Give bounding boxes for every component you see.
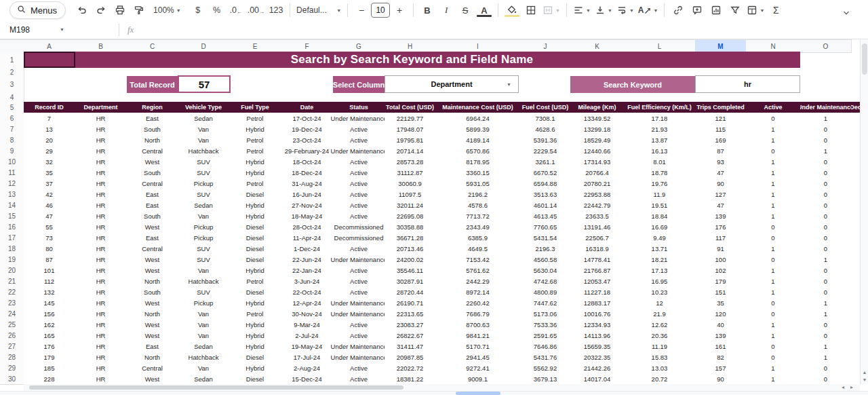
column-header-l[interactable]: L <box>624 39 696 53</box>
table-cell[interactable]: South <box>127 210 178 222</box>
table-cell[interactable]: East <box>127 189 178 200</box>
table-cell[interactable]: 5173.06 <box>520 308 571 320</box>
table-cell[interactable]: 16.69 <box>624 221 696 233</box>
column-header-i[interactable]: I <box>435 39 521 53</box>
table-cell[interactable]: HR <box>75 145 127 157</box>
table-cell[interactable]: 90 <box>695 178 747 189</box>
table-cell[interactable]: 14778.41 <box>570 254 625 265</box>
table-cell[interactable]: West <box>127 373 178 385</box>
table-cell[interactable]: Van <box>178 308 230 320</box>
table-cell[interactable]: 1 <box>746 156 801 168</box>
table-cell[interactable]: Sedan <box>178 200 230 211</box>
table-cell[interactable]: 73 <box>24 232 75 244</box>
column-header-g[interactable]: G <box>333 39 385 53</box>
table-cell[interactable]: 91 <box>695 243 747 255</box>
table-cell[interactable]: 9-Mar-24 <box>281 319 334 331</box>
table-cell[interactable]: Petrol <box>229 134 281 146</box>
table-cell[interactable]: Active <box>333 189 385 200</box>
column-header-h[interactable]: H <box>384 39 436 53</box>
create-filter-button[interactable] <box>726 2 745 18</box>
table-cell[interactable]: West <box>127 254 178 265</box>
table-cell[interactable]: 3360.15 <box>435 167 521 178</box>
table-cell[interactable]: 6964.24 <box>435 113 521 124</box>
table-cell[interactable]: 0 <box>800 210 852 222</box>
column-header-f[interactable]: F <box>281 39 334 53</box>
table-header-cell[interactable]: Fuel Type <box>229 102 281 113</box>
table-cell[interactable]: 46 <box>24 200 75 211</box>
table-cell[interactable]: 18.84 <box>624 210 696 222</box>
table-cell[interactable]: 47 <box>24 210 75 222</box>
table-cell[interactable]: 47 <box>695 200 747 211</box>
table-cell[interactable]: 20322.35 <box>570 352 625 363</box>
table-header-cell[interactable]: Region <box>127 102 178 113</box>
table-cell[interactable]: 11227.18 <box>570 286 625 298</box>
table-cell[interactable]: 9.49 <box>624 232 696 244</box>
table-cell[interactable] <box>851 200 861 211</box>
table-cell[interactable]: 1 <box>800 308 852 320</box>
table-cell[interactable]: North <box>127 276 178 287</box>
table-cell[interactable]: Active <box>333 167 385 178</box>
table-cell[interactable]: 31-Aug-24 <box>281 178 334 189</box>
table-cell[interactable]: Central <box>127 178 178 189</box>
table-cell[interactable]: 179 <box>24 352 75 363</box>
table-cell[interactable]: Diesel <box>229 373 281 385</box>
table-cell[interactable]: 100 <box>695 254 747 265</box>
table-cell[interactable]: 1 <box>746 210 801 222</box>
table-cell[interactable]: 161 <box>695 341 747 352</box>
table-cell[interactable]: 4578.6 <box>435 200 521 211</box>
table-cell[interactable]: 8178.95 <box>435 156 521 168</box>
table-cell[interactable]: 3-Jun-24 <box>281 276 334 287</box>
scroll-left-icon[interactable]: ◂ <box>842 384 844 391</box>
table-cell[interactable]: 1 <box>746 124 801 135</box>
row-header-14[interactable]: 14 <box>0 200 24 211</box>
table-cell[interactable]: 7153.42 <box>435 254 521 265</box>
table-cell[interactable]: 185 <box>24 362 75 374</box>
row-header-4[interactable]: 4 <box>0 92 24 102</box>
row-header-19[interactable]: 19 <box>0 254 24 265</box>
table-header-cell[interactable]: Active <box>746 102 801 113</box>
table-cell[interactable]: 12334.93 <box>570 319 625 331</box>
table-cell[interactable]: HR <box>75 308 127 320</box>
table-cell[interactable]: Petrol <box>229 308 281 320</box>
table-cell[interactable]: 0 <box>800 178 852 189</box>
table-cell[interactable]: SUV <box>178 156 230 168</box>
row-header-8[interactable]: 8 <box>0 134 24 146</box>
row-header-6[interactable]: 6 <box>0 113 24 124</box>
table-cell[interactable]: Petrol <box>229 276 281 287</box>
table-cell[interactable]: 82 <box>695 352 747 363</box>
table-cell[interactable]: 19.76 <box>624 178 696 189</box>
row-header-13[interactable]: 13 <box>0 189 24 200</box>
zoom-control[interactable]: 100%▼ <box>151 2 183 18</box>
table-cell[interactable]: 2196.3 <box>520 243 571 255</box>
table-cell[interactable]: Hybrid <box>229 341 281 352</box>
table-cell[interactable]: 2-Jul-24 <box>281 330 334 341</box>
table-cell[interactable]: 1 <box>746 330 801 341</box>
table-cell[interactable]: SUV <box>178 286 230 298</box>
table-cell[interactable]: HR <box>75 243 127 255</box>
table-cell[interactable]: Van <box>178 330 230 341</box>
table-cell[interactable]: 2229.54 <box>520 145 571 157</box>
row-header-7[interactable]: 7 <box>0 124 24 135</box>
increase-decimal-button[interactable]: .00→ <box>245 2 267 18</box>
table-cell[interactable]: Van <box>178 265 230 276</box>
table-cell[interactable]: 4800.89 <box>520 286 571 298</box>
menus-button[interactable]: Menus <box>9 1 66 19</box>
table-cell[interactable]: 1 <box>746 362 801 374</box>
table-cell[interactable] <box>851 145 861 157</box>
row-header-24[interactable]: 24 <box>0 308 24 320</box>
table-cell[interactable]: Hybrid <box>229 265 281 276</box>
table-cell[interactable]: Van <box>178 362 230 374</box>
row-header-22[interactable]: 22 <box>0 286 24 298</box>
print-button[interactable] <box>111 2 130 18</box>
table-cell[interactable]: 5761.62 <box>435 265 521 276</box>
table-header-cell[interactable]: Status <box>333 102 385 113</box>
table-cell[interactable]: HR <box>75 221 127 233</box>
table-cell[interactable] <box>851 178 861 189</box>
table-cell[interactable]: South <box>127 286 178 298</box>
table-cell[interactable]: 22695.08 <box>384 210 436 222</box>
table-header-cell[interactable]: Fuel Cost (USD) <box>520 102 571 113</box>
table-cell[interactable]: HR <box>75 210 127 222</box>
column-header-k[interactable]: K <box>570 39 625 53</box>
table-cell[interactable]: HR <box>75 373 127 385</box>
table-cell[interactable]: 139 <box>695 330 747 341</box>
